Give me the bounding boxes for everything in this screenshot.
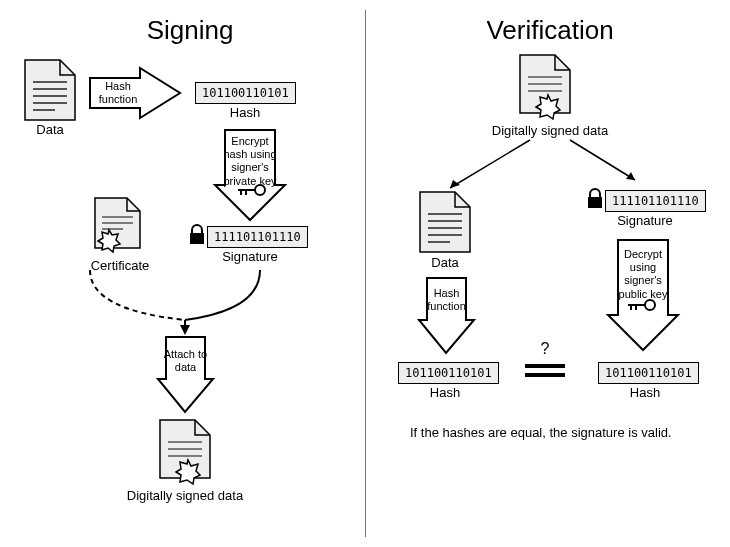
signed-document-icon <box>160 420 210 482</box>
lock-icon <box>189 226 205 244</box>
document-icon <box>25 60 75 120</box>
svg-point-5 <box>255 185 265 195</box>
data-label: Data <box>25 122 75 137</box>
hash-label: Hash <box>210 105 280 120</box>
svg-point-34 <box>645 300 655 310</box>
question-mark: ? <box>530 340 560 358</box>
svg-marker-25 <box>450 180 460 188</box>
hash-function-label: Hash function <box>94 80 142 106</box>
signature-box: 111101101110 <box>207 226 308 248</box>
svg-rect-33 <box>588 197 602 208</box>
hash-right-label: Hash <box>610 385 680 400</box>
verification-title: Verification <box>470 15 630 46</box>
hash-right-box: 101100110101 <box>598 362 699 384</box>
footer-text: If the hashes are equal, the signature i… <box>410 425 672 440</box>
hash-left-box: 101100110101 <box>398 362 499 384</box>
svg-line-26 <box>570 140 635 180</box>
hash-left-label: Hash <box>410 385 480 400</box>
signature-label: Signature <box>210 249 290 264</box>
svg-marker-15 <box>180 325 190 335</box>
document-icon <box>420 192 470 252</box>
svg-rect-9 <box>190 233 204 244</box>
v-signed-label: Digitally signed data <box>485 123 615 138</box>
decrypt-label: Decrypt using signer's public key <box>614 248 672 301</box>
lock-icon <box>587 190 603 208</box>
key-icon <box>238 183 268 197</box>
vertical-divider <box>365 10 366 537</box>
certificate-icon <box>95 198 140 253</box>
equals-icon <box>525 360 565 380</box>
v-signature-label: Signature <box>605 213 685 228</box>
encrypt-label: Encrypt hash using signer's private key <box>220 135 280 188</box>
v-data-label: Data <box>420 255 470 270</box>
attach-label: Attach to data <box>163 348 208 374</box>
v-hashfn-label: Hash function <box>424 287 469 313</box>
signed-label: Digitally signed data <box>115 488 255 503</box>
converge-arrow-icon <box>70 270 300 335</box>
signing-title: Signing <box>130 15 250 46</box>
v-signature-box: 111101101110 <box>605 190 706 212</box>
svg-line-24 <box>450 140 530 188</box>
key-icon <box>628 298 658 312</box>
signed-document-icon <box>520 55 570 117</box>
hash-box: 101100110101 <box>195 82 296 104</box>
